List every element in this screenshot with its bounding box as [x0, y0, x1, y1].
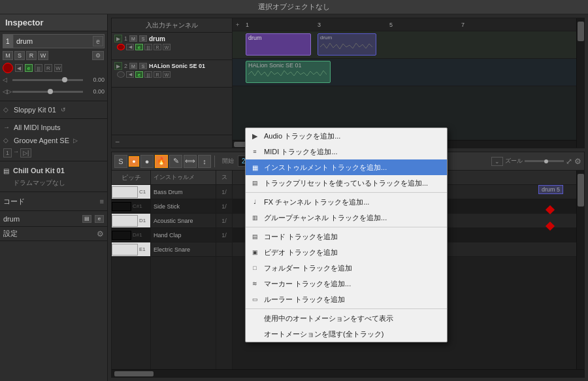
track1-pan-slider[interactable] — [12, 91, 83, 93]
track1-r-btn[interactable]: R — [26, 51, 37, 60]
menu-show-auto[interactable]: 使用中のオートメーションをすべて表示 — [246, 310, 447, 326]
pan-thumb — [48, 89, 53, 94]
t2-rec[interactable] — [117, 71, 125, 78]
t1-rec[interactable] — [117, 44, 125, 50]
t2-wr[interactable]: ||| — [144, 71, 152, 78]
menu-add-midi[interactable]: ≡ MIDI トラックを追加... — [246, 144, 447, 159]
piano-roll-vscroll[interactable] — [576, 171, 584, 369]
sloppy-kit-item[interactable]: ◇ Sloppy Kit 01 ↺ — [3, 103, 104, 116]
key-cs1[interactable]: C#1 — [112, 199, 150, 214]
menu-add-preset[interactable]: ▤ トラックプリセットを使っているトラックを追加... — [246, 175, 447, 191]
monitor-btn[interactable]: ◀ — [15, 64, 23, 72]
key-ds1[interactable]: D#1 — [112, 228, 150, 242]
settings-gear-icon[interactable]: ⚙ — [97, 229, 104, 239]
t2-mon[interactable]: ◀ — [126, 71, 134, 78]
key-c1[interactable]: C1 — [112, 185, 150, 199]
ruler-add-btn[interactable]: + — [236, 22, 239, 28]
gear-icon[interactable]: ⚙ — [574, 157, 581, 166]
t1-s[interactable]: S — [139, 35, 147, 42]
piano-roll-hscroll[interactable] — [112, 369, 584, 377]
key-d1[interactable]: D1 — [112, 214, 150, 228]
t1-read[interactable]: e — [135, 44, 143, 50]
select-tool-btn[interactable]: S — [114, 155, 127, 168]
track1-editor-top: ▶ 1 M S drum — [114, 35, 229, 42]
menu-add-marker[interactable]: ≋ マーカー トラックを追加... — [246, 276, 447, 291]
r-btn2[interactable]: R — [44, 64, 52, 72]
arrow-btn[interactable]: ⟺ — [184, 155, 197, 168]
lower-toolbar-right: ⌄ ズール ⤢ ⚙ — [491, 157, 581, 166]
num-row-2: 1/ — [216, 199, 232, 214]
track1-w-btn[interactable]: W — [38, 51, 48, 60]
fire-btn[interactable]: 🔥 — [155, 155, 168, 168]
quantize-dropdown[interactable]: ⌄ — [491, 157, 503, 166]
t2-r[interactable]: R — [154, 71, 161, 78]
menu-add-ruler[interactable]: ▭ ルーラー トラックを追加 — [246, 291, 447, 307]
num-row-1: 1/ — [216, 185, 232, 199]
t1-mon[interactable]: ◀ — [126, 44, 134, 50]
track1-m-btn[interactable]: M — [3, 51, 13, 60]
drum-edit-btn[interactable]: ▤ — [82, 215, 91, 223]
minus-btn[interactable]: − — [115, 137, 120, 146]
track1-s-btn[interactable]: S — [14, 51, 25, 60]
t2-w[interactable]: W — [163, 71, 171, 78]
track1-msrw: M S R W ⚙ — [3, 50, 105, 61]
expand-icon[interactable]: ⤢ — [566, 157, 572, 166]
halion-waveform — [248, 69, 327, 80]
menu-add-instrument[interactable]: ▦ インストゥルメント トラックを追加... — [246, 159, 447, 175]
menu-add-chord[interactable]: ▤ コード トラックを追加 — [246, 229, 447, 244]
read-btn[interactable]: e — [25, 64, 33, 72]
mode-btn[interactable]: ● — [140, 155, 154, 168]
drum-clip-1[interactable]: drum — [246, 33, 311, 56]
all-midi-item[interactable]: → All MIDI Inputs — [3, 121, 104, 134]
track1-rec-btn[interactable] — [3, 63, 13, 73]
track1-edit-btn[interactable]: e — [93, 36, 103, 46]
drum-clip-2[interactable]: drum — [318, 33, 376, 56]
io-label: 入出力チャンネル — [114, 21, 229, 30]
midi-vel-btn[interactable]: ▷| — [20, 148, 31, 157]
t2-m[interactable]: M — [129, 63, 137, 69]
ruler-mark-3: 3 — [318, 22, 321, 28]
halion-clip-1[interactable]: HALion Sonic SE 01 — [246, 61, 331, 83]
video-track-label: ビデオ トラックを追加 — [264, 248, 440, 257]
menu-add-folder[interactable]: □ フォルダー トラックを追加 — [246, 260, 447, 276]
inspector-midi-section: → All MIDI Inputs ◇ Groove Agent SE ▷ 1 … — [0, 119, 107, 161]
menu-add-group[interactable]: ▥ グループチャンネル トラックを追加... — [246, 210, 447, 225]
w-btn2[interactable]: W — [54, 64, 62, 72]
t2-s[interactable]: S — [139, 63, 147, 69]
move-btn[interactable]: ↕ — [198, 155, 211, 168]
instrument-col: インストゥルメ Bass Drum Side Stick Acoustic Sn… — [151, 171, 216, 369]
track2-editor-row: ▶ 2 M S HALion Sonic SE 01 ◀ e ||| R W — [112, 60, 232, 88]
t1-m[interactable]: M — [129, 35, 137, 42]
track1-volume-slider[interactable] — [12, 79, 83, 81]
drum-e-btn[interactable]: e — [95, 215, 104, 223]
menu-add-audio[interactable]: ▶ Audio トラックを追加... — [246, 128, 447, 144]
white-key-c1 — [112, 186, 138, 198]
track1-name-row: 1 drum e — [3, 34, 105, 48]
track2-expand[interactable]: ▶ — [114, 62, 122, 70]
midi-ch-btn[interactable]: 1 — [3, 148, 12, 157]
t2-read[interactable]: e — [135, 71, 143, 78]
sloppy-kit-reload[interactable]: ↺ — [61, 107, 66, 113]
write-btn[interactable]: ||| — [35, 64, 42, 72]
piano-roll-hscroll-thumb — [114, 371, 154, 376]
t1-r[interactable]: R — [154, 44, 161, 50]
track1-btns: ◀ e ||| R W — [114, 44, 229, 50]
groove-agent-item[interactable]: ◇ Groove Agent SE ▷ — [3, 134, 104, 147]
pencil-btn[interactable]: ✎ — [169, 155, 182, 168]
t1-w[interactable]: W — [163, 44, 171, 50]
menu-hide-auto[interactable]: オートメーションを隠す(全トラック) — [246, 326, 447, 342]
track-vscrollbar[interactable] — [576, 18, 584, 148]
t1-wr[interactable]: ||| — [144, 44, 152, 50]
track1-settings-icon[interactable]: ⚙ — [92, 51, 104, 60]
active-circle-btn[interactable]: ● — [129, 156, 139, 167]
key-e1[interactable]: E1 — [112, 242, 150, 257]
zoom-slider[interactable] — [525, 160, 564, 162]
halion-clip-label: HALion Sonic SE 01 — [248, 62, 328, 69]
track1-expand[interactable]: ▶ — [114, 35, 122, 42]
menu-add-fx[interactable]: ♩ FX チャンネル トラックを追加... — [246, 194, 447, 210]
track1-num-editor: 1 — [124, 35, 127, 42]
code-icon[interactable]: ≡ — [100, 197, 104, 205]
inspector-panel: Inspector 1 drum e M S R W ⚙ ◀ e ||| — [0, 14, 108, 381]
menu-add-video[interactable]: ▣ ビデオ トラックを追加 — [246, 244, 447, 260]
code-section: コード ≡ — [0, 192, 107, 211]
